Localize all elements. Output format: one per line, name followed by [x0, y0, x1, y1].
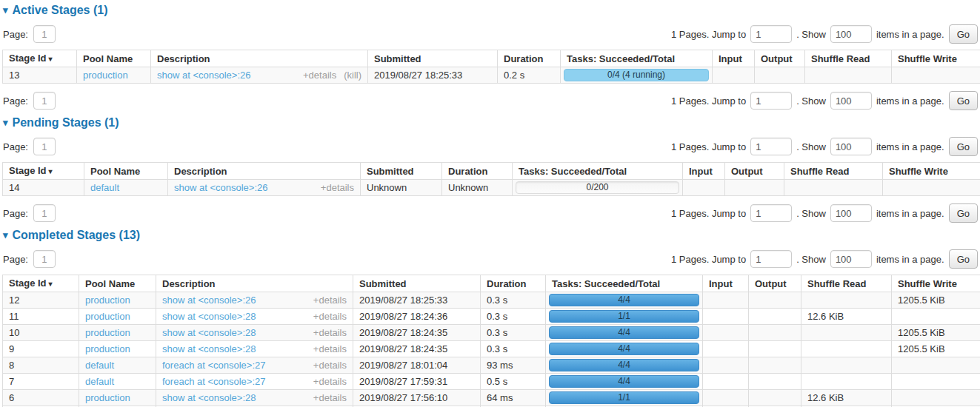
details-toggle[interactable]: +details	[313, 392, 347, 403]
details-toggle[interactable]: +details	[303, 70, 336, 81]
details-toggle[interactable]: +details	[313, 295, 347, 306]
description-link[interactable]: show at <console>:26	[157, 70, 250, 81]
input-cell	[713, 67, 755, 84]
details-toggle[interactable]: +details	[313, 311, 347, 322]
output-cell	[749, 390, 801, 406]
column-header-description[interactable]: Description	[168, 163, 361, 180]
pool-name-link[interactable]: production	[85, 311, 130, 322]
column-header-stage-id[interactable]: Stage Id▾	[3, 163, 84, 180]
pool-name-link[interactable]: default	[85, 360, 114, 371]
column-header-tasks-succeeded-total[interactable]: Tasks: Succeeded/Total	[546, 275, 703, 292]
items-per-page-input[interactable]	[830, 204, 872, 222]
page-number-input[interactable]	[33, 138, 56, 155]
description-cell: show at <console>:26+details	[168, 180, 361, 196]
page-number-input[interactable]	[33, 250, 56, 268]
column-header-description[interactable]: Description	[151, 50, 368, 67]
column-header-shuffle-read[interactable]: Shuffle Read	[801, 275, 892, 292]
column-header-shuffle-read[interactable]: Shuffle Read	[805, 50, 892, 67]
column-header-submitted[interactable]: Submitted	[368, 50, 498, 67]
page-number-input[interactable]	[33, 92, 56, 110]
column-header-pool-name[interactable]: Pool Name	[77, 50, 151, 67]
column-header-shuffle-read[interactable]: Shuffle Read	[784, 163, 883, 180]
description-link[interactable]: show at <console>:28	[162, 343, 256, 354]
column-header-output[interactable]: Output	[755, 50, 805, 67]
tasks-cell: 0/200	[513, 180, 683, 196]
items-per-page-input[interactable]	[830, 92, 872, 110]
go-button[interactable]: Go	[949, 249, 978, 269]
column-header-shuffle-write[interactable]: Shuffle Write	[892, 50, 980, 67]
stage-row: 6productionshow at <console>:28+details2…	[3, 390, 980, 406]
tasks-progress-bar: 1/1	[549, 391, 699, 404]
description-link[interactable]: foreach at <console>:27	[162, 360, 266, 371]
column-header-duration[interactable]: Duration	[498, 50, 561, 67]
column-header-submitted[interactable]: Submitted	[361, 163, 442, 180]
description-link[interactable]: show at <console>:28	[162, 392, 256, 403]
jump-to-page-input[interactable]	[750, 25, 792, 43]
column-header-submitted[interactable]: Submitted	[353, 275, 481, 292]
column-header-stage-id[interactable]: Stage Id▾	[3, 50, 77, 67]
description-cell: foreach at <console>:27+details	[156, 357, 353, 374]
pages-count-text: 1 Pages. Jump to	[671, 208, 746, 219]
column-header-shuffle-write[interactable]: Shuffle Write	[892, 275, 980, 292]
details-toggle[interactable]: +details	[313, 327, 347, 338]
column-header-pool-name[interactable]: Pool Name	[79, 275, 156, 292]
pool-name-link[interactable]: production	[85, 392, 130, 403]
column-header-input[interactable]: Input	[713, 50, 755, 67]
jump-to-page-input[interactable]	[750, 250, 792, 268]
details-toggle[interactable]: +details	[313, 343, 347, 354]
column-header-description[interactable]: Description	[156, 275, 353, 292]
column-header-stage-id[interactable]: Stage Id▾	[3, 275, 79, 292]
go-button[interactable]: Go	[949, 91, 978, 110]
items-per-page-input[interactable]	[830, 138, 872, 155]
details-toggle[interactable]: +details	[313, 376, 347, 387]
column-header-shuffle-write[interactable]: Shuffle Write	[883, 163, 980, 180]
duration-cell: 0.3 s	[481, 341, 546, 357]
page-number-input[interactable]	[33, 204, 56, 222]
tasks-cell: 4/4	[546, 341, 703, 357]
description-link[interactable]: show at <console>:26	[162, 295, 256, 306]
go-button[interactable]: Go	[949, 204, 978, 223]
output-cell	[749, 325, 801, 341]
details-toggle[interactable]: +details	[313, 360, 347, 371]
pool-name-link[interactable]: production	[85, 327, 130, 338]
kill-link[interactable]: (kill)	[344, 70, 361, 81]
pool-name-link[interactable]: default	[85, 376, 114, 387]
description-link[interactable]: show at <console>:28	[162, 327, 256, 338]
description-link[interactable]: show at <console>:28	[162, 311, 256, 322]
show-label: . Show	[796, 254, 826, 265]
go-button[interactable]: Go	[949, 137, 978, 156]
shuffle-write-cell	[892, 309, 980, 325]
tasks-progress-bar: 0/200	[516, 181, 679, 194]
section-title-pending[interactable]: ▾Pending Stages (1)	[3, 116, 978, 130]
description-link[interactable]: foreach at <console>:27	[162, 376, 266, 387]
items-per-page-input[interactable]	[830, 250, 872, 268]
pool-name-link[interactable]: production	[83, 70, 128, 81]
details-toggle[interactable]: +details	[321, 182, 354, 193]
column-header-pool-name[interactable]: Pool Name	[84, 163, 168, 180]
jump-to-page-input[interactable]	[750, 92, 792, 110]
column-header-output[interactable]: Output	[749, 275, 801, 292]
pool-name-link[interactable]: default	[90, 182, 119, 193]
column-header-duration[interactable]: Duration	[442, 163, 513, 180]
column-header-output[interactable]: Output	[725, 163, 784, 180]
column-header-duration[interactable]: Duration	[481, 275, 546, 292]
page-number-input[interactable]	[33, 25, 56, 43]
pool-name-link[interactable]: production	[85, 295, 130, 306]
column-header-tasks-succeeded-total[interactable]: Tasks: Succeeded/Total	[513, 163, 683, 180]
column-header-tasks-succeeded-total[interactable]: Tasks: Succeeded/Total	[561, 50, 713, 67]
description-link[interactable]: show at <console>:26	[174, 182, 267, 193]
sort-descending-icon: ▾	[49, 167, 53, 175]
section-title-active[interactable]: ▾Active Stages (1)	[3, 4, 978, 17]
pool-name-link[interactable]: production	[85, 343, 130, 354]
column-header-input[interactable]: Input	[683, 163, 725, 180]
section-title-completed[interactable]: ▾Completed Stages (13)	[3, 229, 978, 242]
output-cell	[749, 374, 801, 390]
items-per-page-input[interactable]	[830, 25, 872, 43]
jump-to-page-input[interactable]	[750, 138, 792, 155]
stage-id-cell: 13	[3, 67, 77, 84]
items-per-page-text: items in a page.	[876, 95, 944, 107]
jump-to-page-input[interactable]	[750, 204, 792, 222]
shuffle-read-cell	[801, 341, 892, 357]
column-header-input[interactable]: Input	[703, 275, 749, 292]
go-button[interactable]: Go	[949, 24, 978, 44]
